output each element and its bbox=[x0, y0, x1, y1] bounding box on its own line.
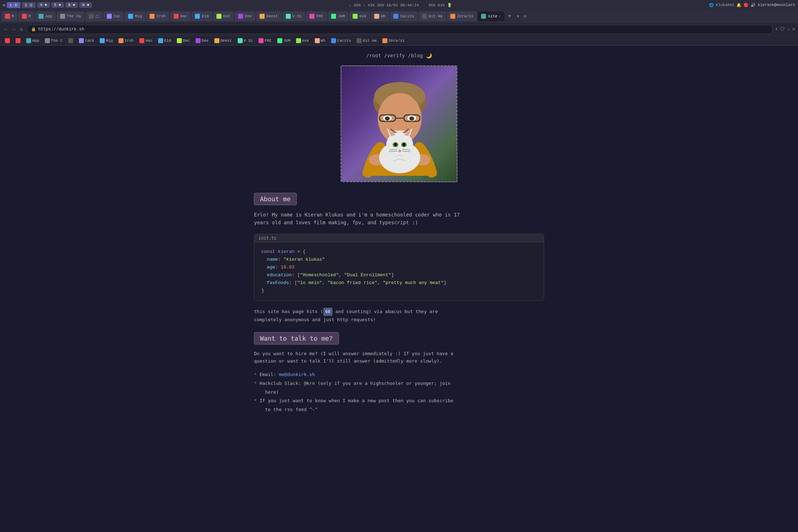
tab-favicon bbox=[331, 14, 336, 19]
hits-text-before: this site has page hits ( bbox=[254, 309, 323, 314]
bookmark-gmail[interactable] bbox=[3, 37, 12, 44]
download-icon[interactable]: ⬇ bbox=[775, 26, 778, 32]
tab-favicon bbox=[216, 14, 221, 19]
bookmark-favicon bbox=[139, 38, 144, 43]
workspace-6[interactable]: 9 ● bbox=[79, 2, 92, 8]
workspace-5[interactable]: 8 ● bbox=[65, 2, 78, 8]
contact-slack: Hackclub Slack: @krn (only if you are a … bbox=[254, 379, 544, 397]
tab-favicon bbox=[450, 14, 455, 19]
tab-favicon bbox=[374, 14, 379, 19]
tab-e10[interactable]: E10 bbox=[191, 11, 212, 21]
menu-icon[interactable]: ≡ bbox=[792, 27, 795, 32]
tab-favicon bbox=[260, 14, 265, 19]
refresh-button[interactable]: ↻ bbox=[19, 25, 24, 33]
tab-jum[interactable]: JUM bbox=[328, 11, 348, 21]
bookmark-dee[interactable]: Dee bbox=[193, 37, 211, 44]
bookmark-tac[interactable]: tack bbox=[77, 37, 96, 44]
tab-iroh[interactable]: Iroh bbox=[146, 11, 169, 21]
bookmark-app[interactable]: App bbox=[24, 37, 41, 44]
contact-intro: Do you want to hire me? (I will answer i… bbox=[254, 350, 544, 365]
tab-gmail-1[interactable]: M bbox=[1, 11, 18, 21]
bookmark-favicon bbox=[259, 38, 264, 43]
bookmark-favicon bbox=[118, 38, 123, 43]
bio-text: Erlo! My name is Kieran Klukas and i'm a… bbox=[254, 211, 544, 227]
url-box[interactable]: 🔒 https://dunkirk.sh bbox=[27, 25, 773, 34]
tab-site[interactable]: site ✕ bbox=[478, 11, 504, 21]
tab-mig[interactable]: Mig bbox=[125, 11, 145, 21]
tab-app[interactable]: App bbox=[35, 11, 56, 21]
hits-text: this site has page hits (68 and counting… bbox=[254, 308, 544, 323]
svg-point-8 bbox=[385, 116, 390, 121]
profile-photo bbox=[341, 65, 457, 182]
workspace-1[interactable]: 1 ① bbox=[7, 2, 21, 8]
tab-dec[interactable]: Dec bbox=[213, 11, 234, 21]
shield-icon[interactable]: 🛡 bbox=[780, 27, 785, 32]
bookmark-hac[interactable]: Hac bbox=[137, 37, 155, 44]
tab-deest[interactable]: Deest bbox=[256, 11, 282, 21]
bookmark-eve[interactable]: eve bbox=[294, 37, 311, 44]
tab-favicon bbox=[353, 14, 358, 19]
tab-hac[interactable]: Hac bbox=[170, 11, 191, 21]
tab-frc[interactable]: FRC bbox=[306, 11, 327, 21]
bookmark-vsi[interactable]: V Si bbox=[236, 37, 255, 44]
bookmark-favicon bbox=[214, 38, 219, 43]
tab-theca[interactable]: The Ca bbox=[57, 11, 85, 21]
bookmark-gh[interactable] bbox=[66, 37, 75, 44]
os-workspaces: ⚙ 1 ① 3 ① 4 ● 5 ● 8 ● 9 ● bbox=[3, 2, 92, 8]
close-browser-button[interactable]: ✕ bbox=[522, 13, 528, 20]
tab-favicon bbox=[60, 14, 65, 19]
bookmark-tacitu[interactable]: tacitu bbox=[329, 37, 353, 44]
bookmark-frc[interactable]: FRC bbox=[256, 37, 274, 44]
tab-wh[interactable]: Wh bbox=[371, 11, 389, 21]
bookmark-favicon bbox=[238, 38, 243, 43]
new-tab-button[interactable]: + bbox=[505, 13, 514, 19]
tab-tac[interactable]: tac bbox=[103, 11, 124, 21]
bookmark-wh[interactable]: Wh bbox=[313, 37, 328, 44]
bookmark-bar: App The C tack Mig Iroh Hac E10 bbox=[0, 35, 798, 45]
tab-dee[interactable]: Dee bbox=[235, 11, 255, 21]
workspace-2[interactable]: 3 ① bbox=[22, 2, 36, 8]
bookmark-favicon bbox=[100, 38, 105, 43]
tab-vsi[interactable]: V Si bbox=[282, 11, 305, 21]
workspace-3[interactable]: 4 ● bbox=[37, 2, 50, 8]
workspace-4[interactable]: 5 ● bbox=[51, 2, 64, 8]
bookmark-jum[interactable]: JUM bbox=[275, 37, 293, 44]
bookmark-mig[interactable]: Mig bbox=[98, 37, 115, 44]
bookmark-favicon bbox=[277, 38, 282, 43]
gear-icon[interactable]: ⚙ bbox=[3, 3, 5, 7]
forward-button[interactable]: → bbox=[11, 26, 16, 33]
code-container: init.ts const kieran = { name: "kieran k… bbox=[254, 234, 544, 301]
tab-eve[interactable]: eve bbox=[349, 11, 370, 21]
bookmark-favicon bbox=[68, 38, 73, 43]
tab-github[interactable]: ⬡ bbox=[85, 11, 103, 21]
tab-list-button[interactable]: ▾ bbox=[515, 13, 521, 20]
os-user: 🌐 KlukaNet 🔔 🔴 🔊 kierank@moonlark bbox=[709, 3, 795, 7]
tab-tacitu[interactable]: tacitu bbox=[390, 11, 418, 21]
bookmark-deest[interactable]: Deest bbox=[212, 37, 234, 44]
tab-zera[interactable]: Zera/si bbox=[447, 11, 477, 21]
about-heading: About me bbox=[254, 193, 297, 205]
email-link[interactable]: me@dunkirk.sh bbox=[279, 372, 315, 377]
code-filename: init.ts bbox=[254, 234, 544, 242]
tab-favicon bbox=[481, 14, 486, 19]
bookmark-iroh[interactable]: Iroh bbox=[116, 37, 136, 44]
tab-githa[interactable]: Git Ha bbox=[418, 11, 446, 21]
bookmark-dec[interactable]: Dec bbox=[175, 37, 192, 44]
tab-gmail-2[interactable]: M bbox=[18, 11, 35, 21]
bookmark-e10[interactable]: E10 bbox=[156, 37, 173, 44]
tab-favicon bbox=[39, 14, 44, 19]
bookmark-zera[interactable]: Zera/si bbox=[380, 37, 407, 44]
bookmark-favicon bbox=[177, 38, 182, 43]
bookmark-thec[interactable]: The C bbox=[43, 37, 65, 44]
tab-favicon bbox=[238, 14, 243, 19]
contact-email: Email: me@dunkirk.sh bbox=[254, 370, 544, 379]
back-button[interactable]: ← bbox=[3, 26, 8, 33]
bookmark-gmail2[interactable] bbox=[13, 37, 23, 44]
bookmark-icon[interactable]: ☆ bbox=[787, 26, 790, 32]
tab-favicon bbox=[286, 14, 291, 19]
tab-favicon bbox=[22, 14, 27, 19]
tab-close-icon[interactable]: ✕ bbox=[499, 14, 501, 18]
tab-favicon bbox=[195, 14, 200, 19]
bookmark-githa[interactable]: Git Ha bbox=[354, 37, 379, 44]
bookmark-favicon bbox=[16, 38, 21, 43]
